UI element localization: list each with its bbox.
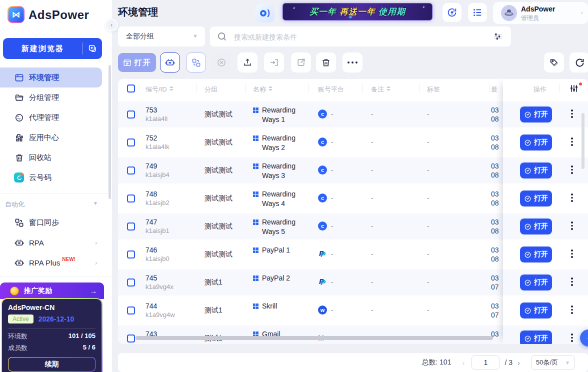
import-button[interactable] — [264, 52, 284, 72]
open-environment-button[interactable]: 打开 — [520, 190, 552, 206]
row-menu-button[interactable] — [571, 306, 573, 314]
search-input[interactable] — [233, 26, 475, 48]
plus-copy-icon[interactable] — [83, 44, 102, 53]
id-cell: 745k1a9vg4x — [146, 274, 174, 292]
open-environment-button[interactable]: 打开 — [520, 134, 552, 150]
share-button[interactable] — [291, 52, 311, 72]
platform-cell: c- — [318, 194, 334, 202]
horizontal-scrollbar[interactable] — [136, 336, 493, 340]
row-menu-button[interactable] — [571, 194, 573, 202]
platform-icon-w: w — [318, 306, 327, 314]
note-cell: - — [371, 250, 374, 258]
row-menu-button[interactable] — [571, 166, 573, 174]
group-filter-select[interactable]: 全部分组 ▼ — [118, 26, 205, 46]
renew-button[interactable]: 续期 — [8, 357, 96, 372]
platform-icon-c: c — [318, 166, 327, 174]
column-note[interactable]: 备注 — [371, 85, 390, 94]
open-environment-button[interactable]: 打开 — [520, 162, 552, 178]
row-menu-button[interactable] — [571, 250, 573, 258]
env-serial: 745 — [146, 274, 174, 282]
windows-icon — [253, 304, 258, 311]
page-size-select[interactable]: 50条/页 ▼ — [531, 356, 575, 370]
row-menu-button[interactable] — [571, 278, 573, 286]
row-checkbox[interactable] — [127, 334, 135, 342]
row-checkbox[interactable] — [127, 250, 135, 258]
column-platform[interactable]: 账号平台 — [318, 85, 344, 94]
row-checkbox[interactable] — [127, 222, 135, 230]
row-checkbox[interactable] — [127, 278, 135, 286]
pagination-bar: 总数: 101 ‹ / 3 › 50条/页 ▼ — [118, 353, 588, 372]
name-cell: Rewarding Ways 3 — [253, 162, 314, 180]
open-environment-button[interactable]: 打开 — [520, 106, 552, 122]
task-list-button[interactable] — [468, 3, 487, 22]
sidebar-item-groups[interactable]: 分组管理 — [0, 88, 102, 108]
window-sync-button[interactable] — [186, 52, 206, 72]
open-environment-button[interactable]: 打开 — [520, 302, 552, 318]
platform-icon-paypal: PP — [318, 278, 327, 286]
sidebar-collapse-button[interactable]: ‹ — [105, 18, 118, 32]
close-all-button[interactable] — [212, 52, 232, 72]
robot-icon — [14, 238, 24, 248]
column-name[interactable]: 名称 — [253, 85, 272, 94]
promo-campaign-banner[interactable]: 买一年 再送一年 使用期 ✦ ✻ ✦ — [282, 3, 432, 20]
open-environment-button[interactable]: 打开 — [520, 274, 552, 290]
column-last-open[interactable]: 最 — [491, 85, 498, 94]
new-browser-button[interactable]: 新建浏览器 — [3, 38, 102, 59]
advanced-filter-icon[interactable] — [493, 32, 503, 44]
page-input[interactable] — [472, 356, 500, 370]
sidebar-item-recycle[interactable]: 回收站 — [0, 148, 102, 168]
open-environment-button[interactable]: 打开 — [520, 330, 552, 344]
row-checkbox[interactable] — [127, 110, 135, 118]
open-selected-button[interactable]: 打开 — [118, 53, 156, 72]
env-name: Rewarding Ways 4 — [262, 190, 314, 208]
column-id[interactable]: 编号/ID — [146, 85, 174, 94]
row-menu-button[interactable] — [571, 334, 573, 342]
sidebar-scrollbar[interactable] — [108, 65, 111, 199]
row-checkbox[interactable] — [127, 138, 135, 146]
rpa-task-button[interactable] — [160, 52, 180, 72]
select-all-checkbox[interactable] — [127, 84, 135, 92]
sidebar-item-environments[interactable]: 环境管理 — [0, 68, 102, 88]
row-checkbox[interactable] — [127, 194, 135, 202]
row-menu-button[interactable] — [571, 110, 573, 118]
open-environment-button[interactable]: 打开 — [520, 218, 552, 234]
sidebar-item-apps[interactable]: 应用中心 — [0, 128, 102, 148]
column-group[interactable]: 分组 — [204, 85, 218, 94]
user-account-menu[interactable]: AdsPower 管理员 › — [493, 2, 588, 24]
row-checkbox[interactable] — [127, 166, 135, 174]
date-line1: 03 — [491, 106, 499, 114]
sidebar-item-cloud-number[interactable]: 云号码 — [0, 168, 102, 188]
column-settings-icon[interactable] — [569, 84, 579, 95]
next-page-button[interactable]: › — [518, 358, 520, 367]
open-environment-button[interactable]: 打开 — [520, 246, 552, 262]
export-upload-button[interactable] — [238, 52, 258, 72]
prev-page-button[interactable]: ‹ — [462, 358, 464, 367]
tags-button[interactable] — [544, 52, 564, 72]
date-line2: 08 — [491, 142, 499, 152]
browser-window-icon — [14, 73, 24, 82]
promo-app-icon[interactable]: ) — [256, 4, 274, 22]
tag-cell: - — [427, 138, 430, 146]
column-tag[interactable]: 标签 — [427, 85, 440, 94]
referral-promo-banner[interactable]: 推广奖励 → — [0, 282, 104, 299]
sidebar-item-rpa[interactable]: RPA › — [0, 232, 105, 252]
chevron-down-icon[interactable]: ▼ — [93, 200, 98, 206]
divider — [8, 328, 96, 328]
sidebar-item-proxies[interactable]: 代理管理 — [0, 108, 102, 128]
more-actions-button[interactable] — [342, 52, 362, 72]
proxy-globe-icon — [14, 113, 24, 122]
delete-button[interactable] — [316, 52, 336, 72]
sparkle-icon: ✦ — [422, 5, 425, 10]
sidebar-item-rpa-plus[interactable]: RPA Plus NEW! › — [0, 252, 105, 272]
refresh-button[interactable] — [570, 52, 588, 72]
sidebar-item-window-sync[interactable]: 窗口同步 — [0, 212, 105, 232]
sidebar-item-label: 云号码 — [29, 173, 52, 182]
group-cell: 测试测试 — [204, 222, 232, 231]
vertical-scrollbar[interactable] — [582, 113, 584, 169]
row-checkbox[interactable] — [127, 306, 135, 314]
adspower-logo-icon: ⋈ — [8, 6, 24, 23]
sidebar-item-label: 回收站 — [29, 153, 52, 162]
row-menu-button[interactable] — [571, 222, 573, 230]
check-update-button[interactable] — [442, 3, 462, 22]
row-menu-button[interactable] — [571, 138, 573, 146]
